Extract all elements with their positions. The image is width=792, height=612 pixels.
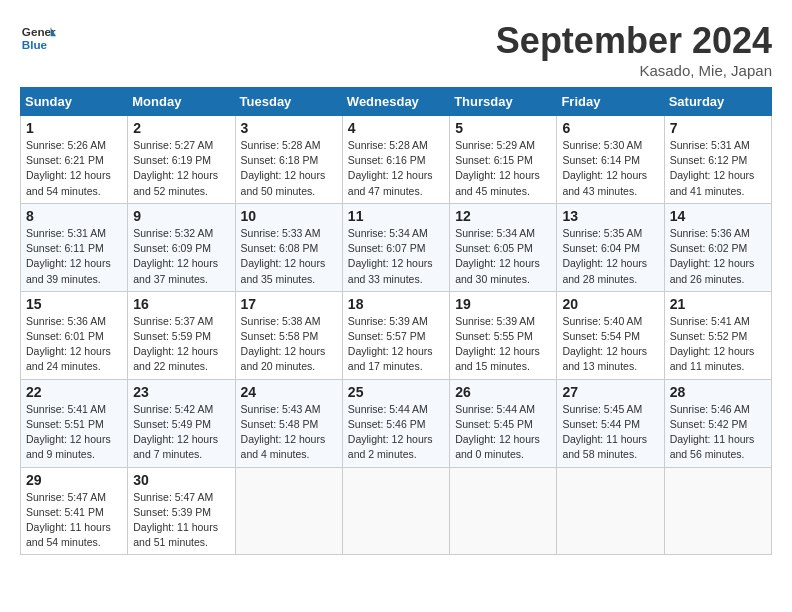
calendar-table: SundayMondayTuesdayWednesdayThursdayFrid…	[20, 87, 772, 555]
day-info: Sunrise: 5:42 AMSunset: 5:49 PMDaylight:…	[133, 402, 229, 463]
logo-icon: General Blue	[20, 20, 56, 56]
calendar-cell: 23 Sunrise: 5:42 AMSunset: 5:49 PMDaylig…	[128, 379, 235, 467]
day-number: 21	[670, 296, 766, 312]
day-number: 29	[26, 472, 122, 488]
day-info: Sunrise: 5:43 AMSunset: 5:48 PMDaylight:…	[241, 402, 337, 463]
day-info: Sunrise: 5:37 AMSunset: 5:59 PMDaylight:…	[133, 314, 229, 375]
day-number: 19	[455, 296, 551, 312]
calendar-week-3: 15 Sunrise: 5:36 AMSunset: 6:01 PMDaylig…	[21, 291, 772, 379]
day-number: 30	[133, 472, 229, 488]
day-info: Sunrise: 5:41 AMSunset: 5:52 PMDaylight:…	[670, 314, 766, 375]
day-number: 25	[348, 384, 444, 400]
day-number: 20	[562, 296, 658, 312]
calendar-cell: 29 Sunrise: 5:47 AMSunset: 5:41 PMDaylig…	[21, 467, 128, 555]
day-number: 9	[133, 208, 229, 224]
day-info: Sunrise: 5:47 AMSunset: 5:41 PMDaylight:…	[26, 490, 122, 551]
logo: General Blue	[20, 20, 56, 56]
calendar-cell: 18 Sunrise: 5:39 AMSunset: 5:57 PMDaylig…	[342, 291, 449, 379]
month-title: September 2024	[496, 20, 772, 62]
day-info: Sunrise: 5:30 AMSunset: 6:14 PMDaylight:…	[562, 138, 658, 199]
day-info: Sunrise: 5:36 AMSunset: 6:02 PMDaylight:…	[670, 226, 766, 287]
day-info: Sunrise: 5:31 AMSunset: 6:12 PMDaylight:…	[670, 138, 766, 199]
day-info: Sunrise: 5:33 AMSunset: 6:08 PMDaylight:…	[241, 226, 337, 287]
calendar-cell: 25 Sunrise: 5:44 AMSunset: 5:46 PMDaylig…	[342, 379, 449, 467]
day-number: 10	[241, 208, 337, 224]
calendar-cell: 26 Sunrise: 5:44 AMSunset: 5:45 PMDaylig…	[450, 379, 557, 467]
calendar-cell: 3 Sunrise: 5:28 AMSunset: 6:18 PMDayligh…	[235, 116, 342, 204]
day-number: 22	[26, 384, 122, 400]
calendar-cell	[664, 467, 771, 555]
page-header: General Blue September 2024 Kasado, Mie,…	[20, 20, 772, 79]
day-info: Sunrise: 5:28 AMSunset: 6:18 PMDaylight:…	[241, 138, 337, 199]
day-number: 7	[670, 120, 766, 136]
day-number: 4	[348, 120, 444, 136]
day-info: Sunrise: 5:47 AMSunset: 5:39 PMDaylight:…	[133, 490, 229, 551]
calendar-cell: 10 Sunrise: 5:33 AMSunset: 6:08 PMDaylig…	[235, 203, 342, 291]
day-number: 8	[26, 208, 122, 224]
day-info: Sunrise: 5:26 AMSunset: 6:21 PMDaylight:…	[26, 138, 122, 199]
day-info: Sunrise: 5:27 AMSunset: 6:19 PMDaylight:…	[133, 138, 229, 199]
day-info: Sunrise: 5:36 AMSunset: 6:01 PMDaylight:…	[26, 314, 122, 375]
day-number: 17	[241, 296, 337, 312]
calendar-cell: 6 Sunrise: 5:30 AMSunset: 6:14 PMDayligh…	[557, 116, 664, 204]
calendar-cell: 15 Sunrise: 5:36 AMSunset: 6:01 PMDaylig…	[21, 291, 128, 379]
day-info: Sunrise: 5:45 AMSunset: 5:44 PMDaylight:…	[562, 402, 658, 463]
day-number: 26	[455, 384, 551, 400]
calendar-cell: 1 Sunrise: 5:26 AMSunset: 6:21 PMDayligh…	[21, 116, 128, 204]
calendar-header: SundayMondayTuesdayWednesdayThursdayFrid…	[21, 88, 772, 116]
day-info: Sunrise: 5:40 AMSunset: 5:54 PMDaylight:…	[562, 314, 658, 375]
day-info: Sunrise: 5:28 AMSunset: 6:16 PMDaylight:…	[348, 138, 444, 199]
day-info: Sunrise: 5:34 AMSunset: 6:07 PMDaylight:…	[348, 226, 444, 287]
day-number: 24	[241, 384, 337, 400]
calendar-cell: 24 Sunrise: 5:43 AMSunset: 5:48 PMDaylig…	[235, 379, 342, 467]
day-info: Sunrise: 5:41 AMSunset: 5:51 PMDaylight:…	[26, 402, 122, 463]
day-info: Sunrise: 5:39 AMSunset: 5:57 PMDaylight:…	[348, 314, 444, 375]
calendar-cell	[235, 467, 342, 555]
day-info: Sunrise: 5:32 AMSunset: 6:09 PMDaylight:…	[133, 226, 229, 287]
day-number: 5	[455, 120, 551, 136]
calendar-cell: 30 Sunrise: 5:47 AMSunset: 5:39 PMDaylig…	[128, 467, 235, 555]
calendar-cell: 7 Sunrise: 5:31 AMSunset: 6:12 PMDayligh…	[664, 116, 771, 204]
day-number: 11	[348, 208, 444, 224]
calendar-cell	[342, 467, 449, 555]
weekday-header-tuesday: Tuesday	[235, 88, 342, 116]
weekday-header-monday: Monday	[128, 88, 235, 116]
calendar-week-4: 22 Sunrise: 5:41 AMSunset: 5:51 PMDaylig…	[21, 379, 772, 467]
day-number: 14	[670, 208, 766, 224]
calendar-cell: 20 Sunrise: 5:40 AMSunset: 5:54 PMDaylig…	[557, 291, 664, 379]
day-number: 15	[26, 296, 122, 312]
calendar-cell: 12 Sunrise: 5:34 AMSunset: 6:05 PMDaylig…	[450, 203, 557, 291]
day-number: 27	[562, 384, 658, 400]
calendar-cell: 17 Sunrise: 5:38 AMSunset: 5:58 PMDaylig…	[235, 291, 342, 379]
calendar-week-2: 8 Sunrise: 5:31 AMSunset: 6:11 PMDayligh…	[21, 203, 772, 291]
day-number: 16	[133, 296, 229, 312]
day-number: 12	[455, 208, 551, 224]
day-info: Sunrise: 5:34 AMSunset: 6:05 PMDaylight:…	[455, 226, 551, 287]
calendar-cell: 5 Sunrise: 5:29 AMSunset: 6:15 PMDayligh…	[450, 116, 557, 204]
day-number: 23	[133, 384, 229, 400]
calendar-cell: 22 Sunrise: 5:41 AMSunset: 5:51 PMDaylig…	[21, 379, 128, 467]
day-info: Sunrise: 5:44 AMSunset: 5:45 PMDaylight:…	[455, 402, 551, 463]
title-block: September 2024 Kasado, Mie, Japan	[496, 20, 772, 79]
day-number: 3	[241, 120, 337, 136]
calendar-cell: 2 Sunrise: 5:27 AMSunset: 6:19 PMDayligh…	[128, 116, 235, 204]
day-number: 2	[133, 120, 229, 136]
svg-text:Blue: Blue	[22, 38, 48, 51]
calendar-cell: 28 Sunrise: 5:46 AMSunset: 5:42 PMDaylig…	[664, 379, 771, 467]
calendar-cell: 4 Sunrise: 5:28 AMSunset: 6:16 PMDayligh…	[342, 116, 449, 204]
calendar-cell	[557, 467, 664, 555]
location: Kasado, Mie, Japan	[496, 62, 772, 79]
calendar-cell: 19 Sunrise: 5:39 AMSunset: 5:55 PMDaylig…	[450, 291, 557, 379]
day-number: 18	[348, 296, 444, 312]
calendar-cell: 21 Sunrise: 5:41 AMSunset: 5:52 PMDaylig…	[664, 291, 771, 379]
day-info: Sunrise: 5:44 AMSunset: 5:46 PMDaylight:…	[348, 402, 444, 463]
calendar-cell: 16 Sunrise: 5:37 AMSunset: 5:59 PMDaylig…	[128, 291, 235, 379]
day-number: 6	[562, 120, 658, 136]
calendar-cell: 8 Sunrise: 5:31 AMSunset: 6:11 PMDayligh…	[21, 203, 128, 291]
weekday-header-thursday: Thursday	[450, 88, 557, 116]
weekday-header-friday: Friday	[557, 88, 664, 116]
day-info: Sunrise: 5:31 AMSunset: 6:11 PMDaylight:…	[26, 226, 122, 287]
day-info: Sunrise: 5:29 AMSunset: 6:15 PMDaylight:…	[455, 138, 551, 199]
calendar-cell: 9 Sunrise: 5:32 AMSunset: 6:09 PMDayligh…	[128, 203, 235, 291]
day-number: 28	[670, 384, 766, 400]
